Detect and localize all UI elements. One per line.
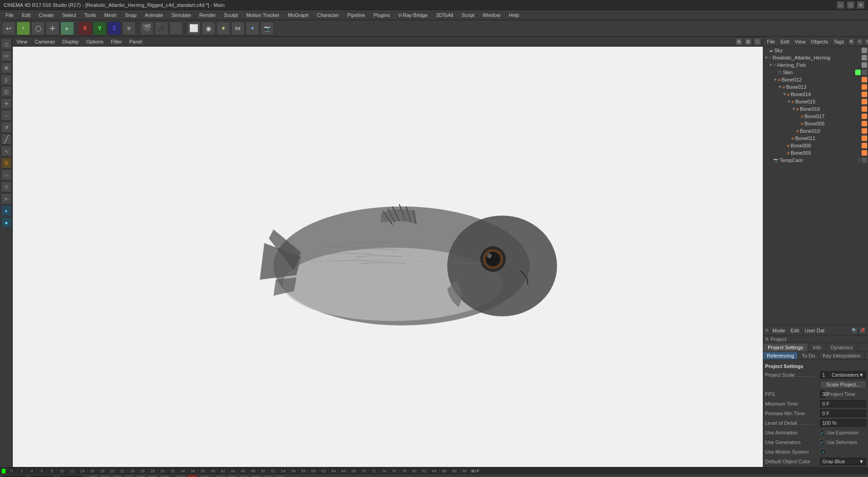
prop-value-lod[interactable]: 100 % xyxy=(820,419,866,427)
obj-row-bone008[interactable]: ⌀ Bone008 xyxy=(763,142,868,149)
menu-mograph[interactable]: MoGraph xyxy=(284,11,312,19)
obj-row-bone012[interactable]: ▼ ⌀ Bone012 xyxy=(763,76,868,83)
props-menu-mode[interactable]: Mode xyxy=(771,327,787,334)
obj-row-bone016[interactable]: ▼ ⌀ Bone016 xyxy=(763,105,868,113)
props-menu-edit[interactable]: Edit xyxy=(789,327,801,334)
menu-window[interactable]: Window xyxy=(479,11,504,19)
left-tool-grid[interactable]: ⊞ xyxy=(1,62,12,73)
menu-render[interactable]: Render xyxy=(196,11,220,19)
tl-btn-tostart[interactable]: ⏮ xyxy=(88,475,98,477)
tl-btn-nextframe[interactable]: ▶ xyxy=(136,475,146,477)
tl-btn-motion2[interactable]: 📊 xyxy=(251,475,261,477)
vp-menu-display[interactable]: Display xyxy=(60,38,80,45)
obj-row-tempcam[interactable]: 📷 TempCam □ xyxy=(763,157,868,164)
obj-row-bone005[interactable]: ⌀ Bone005 xyxy=(763,120,868,127)
props-icon-search[interactable]: 🔍 xyxy=(851,327,858,334)
tl-btn-motion3[interactable]: ≡ xyxy=(263,475,273,477)
prop-value-mintime[interactable]: 0 F xyxy=(820,400,866,407)
tool-coords[interactable]: ⊞ xyxy=(122,22,136,35)
obj-row-bone011[interactable]: ⌀ Bone011 xyxy=(763,135,868,142)
subtab-referencing[interactable]: Referencing xyxy=(763,352,798,359)
prop-value-previewmin[interactable]: 0 F xyxy=(820,410,866,417)
tab-project-settings[interactable]: Project Settings xyxy=(763,343,808,352)
prop-dropdown-unit[interactable]: Centimeters ▼ xyxy=(830,371,866,379)
menu-simulate[interactable]: Simulate xyxy=(168,11,195,19)
left-tool-rotate[interactable]: ↺ xyxy=(1,122,12,133)
tl-btn-loop[interactable]: ↺ xyxy=(176,475,186,477)
tool-object-light[interactable]: ☀ xyxy=(216,22,230,35)
tool-render-frame[interactable]: 🎬 xyxy=(140,22,154,35)
menu-sculpt[interactable]: Sculpt xyxy=(220,11,242,19)
left-tool-spline[interactable]: ∿ xyxy=(1,146,12,157)
tl-btn-toend[interactable]: ⏭ xyxy=(160,475,170,477)
menu-mesh[interactable]: Mesh xyxy=(101,11,120,19)
tool-render-all[interactable]: 🎥 xyxy=(169,22,183,35)
menu-create[interactable]: Create xyxy=(35,11,58,19)
tab-dynamics[interactable]: Dynamics xyxy=(826,343,857,352)
props-menu-userdat[interactable]: User Dat xyxy=(803,327,826,334)
tool-z-axis[interactable]: Z xyxy=(107,22,121,35)
menu-pipeline[interactable]: Pipeline xyxy=(343,11,369,19)
vp-icon-nav[interactable]: ⊕ xyxy=(735,38,743,45)
menu-character[interactable]: Character xyxy=(313,11,343,19)
left-tool-blue2[interactable]: ■ xyxy=(1,217,12,228)
tool-object-deform[interactable]: ⋈ xyxy=(231,22,245,35)
tl-btn-record[interactable]: ● xyxy=(188,475,198,477)
vp-icon-max[interactable]: □ xyxy=(754,38,761,45)
left-tool-paint[interactable]: ∥ xyxy=(1,74,12,85)
obj-icon-3[interactable]: ⊡ xyxy=(864,38,868,45)
left-tool-select2[interactable]: ◫ xyxy=(1,86,12,97)
left-tool-polygon[interactable]: ▽ xyxy=(1,181,12,192)
subtab-todo[interactable]: To Do xyxy=(798,352,819,359)
tl-btn-nextkey[interactable]: ▶▶ xyxy=(148,475,158,477)
vp-menu-options[interactable]: Options xyxy=(84,38,105,45)
obj-row-bone009[interactable]: ⌀ Bone009 xyxy=(763,149,868,157)
obj-icon-2[interactable]: ≡ xyxy=(856,38,863,45)
prop-value-scale[interactable]: 1 xyxy=(820,371,829,379)
menu-plugins[interactable]: Plugins xyxy=(370,11,393,19)
obj-menu-objects[interactable]: Objects xyxy=(809,38,830,45)
obj-menu-edit[interactable]: Edit xyxy=(779,38,791,45)
tl-btn-prevkey[interactable]: ◀◀ xyxy=(100,475,110,477)
menu-animate[interactable]: Animate xyxy=(141,11,167,19)
left-tool-layer[interactable]: ≡ xyxy=(1,193,12,204)
tl-btn-snap[interactable]: ⊞ xyxy=(275,475,285,477)
left-tool-line[interactable]: ╱ xyxy=(1,134,12,145)
viewport[interactable] xyxy=(13,47,763,467)
menu-tools[interactable]: Tools xyxy=(80,11,100,19)
prop-checkbox-useanimation[interactable]: ✓ xyxy=(820,429,825,436)
menu-3dtoall[interactable]: 3DToAll xyxy=(432,11,457,19)
left-tool-special[interactable]: S xyxy=(1,157,12,168)
tool-render-region[interactable]: ⬛ xyxy=(155,22,168,35)
subtab-keyinterp[interactable]: Key Interpolation xyxy=(819,352,865,359)
obj-menu-file[interactable]: File xyxy=(765,38,777,45)
obj-icon-1[interactable]: ⊞ xyxy=(848,38,855,45)
menu-script[interactable]: Script xyxy=(458,11,478,19)
menu-select[interactable]: Select xyxy=(59,11,80,19)
tool-object-effector[interactable]: ✦ xyxy=(246,22,259,35)
tl-btn-mixer2[interactable]: ⊞ xyxy=(227,475,237,477)
prop-scale-project-btn[interactable]: Scale Project... xyxy=(820,380,866,389)
tl-btn-prevframe[interactable]: ◀ xyxy=(112,475,122,477)
close-button[interactable]: ✕ xyxy=(857,1,864,9)
tool-move[interactable]: ✛ xyxy=(46,22,59,35)
tool-object-camera[interactable]: 📷 xyxy=(260,22,274,35)
menu-snap[interactable]: Snap xyxy=(121,11,140,19)
obj-menu-tags[interactable]: Tags xyxy=(832,38,846,45)
prop-dropdown-defaultcolor[interactable]: Gray-Blue ▼ xyxy=(820,458,866,465)
menu-motiontacker[interactable]: Motion Tracker xyxy=(242,11,283,19)
tl-btn-mixer[interactable]: ⊕ xyxy=(215,475,225,477)
obj-row-bone017[interactable]: ⌀ Bone017 xyxy=(763,113,868,120)
menu-help[interactable]: Help xyxy=(505,11,523,19)
left-tool-blue1[interactable]: ● xyxy=(1,205,12,216)
left-tool-scale[interactable]: ↔ xyxy=(1,110,12,121)
obj-row-bone014[interactable]: ▼ ⌀ Bone014 xyxy=(763,91,868,98)
obj-row-bone010[interactable]: ⌀ Bone010 xyxy=(763,127,868,135)
vp-menu-panel[interactable]: Panel xyxy=(128,38,144,45)
left-tool-sculpt2[interactable]: ⌓ xyxy=(1,169,12,180)
tool-x-axis[interactable]: X xyxy=(78,22,92,35)
tl-btn-play[interactable]: ▶ xyxy=(124,475,134,477)
obj-row-bone015[interactable]: ▼ ⌀ Bone015 xyxy=(763,98,868,105)
vp-menu-filter[interactable]: Filter xyxy=(109,38,123,45)
left-tool-uvw[interactable]: UV xyxy=(1,50,12,61)
